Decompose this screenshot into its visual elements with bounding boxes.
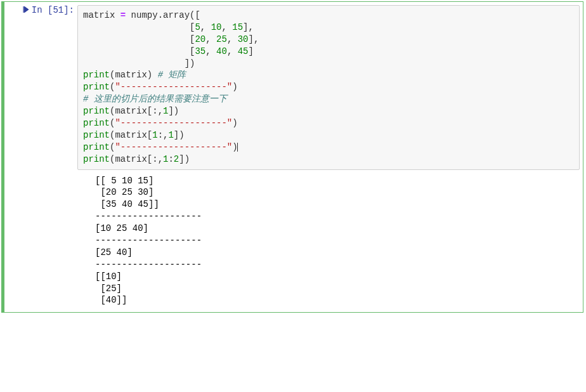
content-area: matrix = numpy.array([ [5, 10, 15], [20,… <box>74 2 583 312</box>
code-input[interactable]: matrix = numpy.array([ [5, 10, 15], [20,… <box>77 5 580 170</box>
text-cursor <box>237 143 238 152</box>
prompt-number: [51]: <box>48 5 74 15</box>
output-text: [[ 5 10 15] [20 25 30] [35 40 45]] -----… <box>77 170 580 310</box>
run-icon[interactable] <box>23 5 29 16</box>
notebook-cell: In [51]: matrix = numpy.array([ [5, 10, … <box>1 1 583 313</box>
input-prompt: In [51]: <box>23 5 74 15</box>
prompt-area: In [51]: <box>4 2 74 312</box>
prompt-label: In <box>32 5 42 15</box>
